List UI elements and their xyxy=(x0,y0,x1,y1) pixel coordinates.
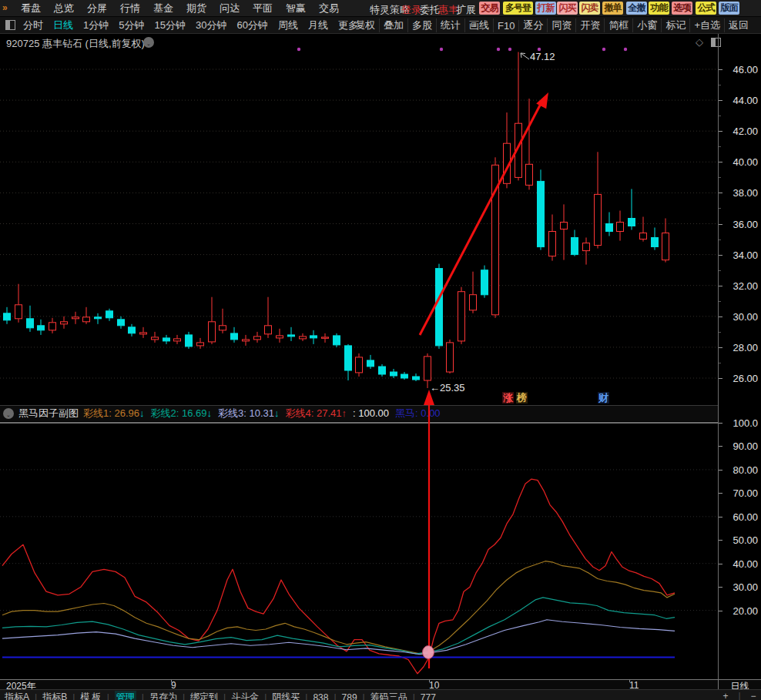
period-tab-5[interactable]: 30分钟 xyxy=(196,18,226,32)
period-tab-6[interactable]: 60分钟 xyxy=(236,18,267,32)
toolbar-action-1[interactable]: 叠加 xyxy=(380,18,408,32)
toolbar-action-8[interactable]: 开资 xyxy=(576,18,605,32)
badge-财: 财 xyxy=(598,392,609,404)
quick-button-4[interactable]: 闪卖 xyxy=(579,2,600,15)
quick-button-0[interactable]: 交易 xyxy=(479,2,500,15)
period-tabs: 分时日线1分钟5分钟15分钟30分钟60分钟周线月线更多 〉 xyxy=(23,17,371,34)
toolbar-action-0[interactable]: 复权 xyxy=(351,18,380,32)
menu-overlay-item-4[interactable]: 扩展 xyxy=(456,3,476,17)
period-tab-1[interactable]: 日线 xyxy=(53,18,73,32)
indicator-line-彩线1 xyxy=(2,561,675,654)
indicator-name[interactable]: 黑马因子副图 xyxy=(18,407,79,420)
quick-button-9[interactable]: 公式 xyxy=(696,2,716,15)
indicator-tick-label: 70.00 xyxy=(733,487,758,499)
menu-item-8[interactable]: 智赢 xyxy=(286,2,306,15)
menu-overlay-item-2[interactable]: 委托 xyxy=(420,3,440,17)
toolbar-action-7[interactable]: 同资 xyxy=(548,18,576,32)
quick-button-2[interactable]: 打新 xyxy=(535,2,556,15)
period-tab-2[interactable]: 1分钟 xyxy=(83,18,109,32)
quick-button-6[interactable]: 全撤 xyxy=(626,2,647,15)
menu-item-3[interactable]: 行情 xyxy=(120,2,140,15)
toolbar-action-9[interactable]: 简框 xyxy=(605,18,633,32)
period-tab-8[interactable]: 月线 xyxy=(308,18,328,32)
menu-item-0[interactable]: 看盘 xyxy=(21,2,41,15)
menu-bar: » 看盘总览分屏行情基金期货问达平面智赢交易 特灵策略登录委托惠丰扩展 交易多号… xyxy=(0,0,761,17)
indicator-value-0: 彩线1: 26.96↓ xyxy=(83,407,145,419)
price-tick-label: 26.00 xyxy=(733,373,758,384)
menu-item-2[interactable]: 分屏 xyxy=(87,2,107,15)
toolbar-action-6[interactable]: 逐分 xyxy=(519,18,548,32)
menu-item-4[interactable]: 基金 xyxy=(153,2,173,15)
toolbar-action-13[interactable]: 返回 xyxy=(725,18,753,32)
price-tick-label: 34.00 xyxy=(733,250,758,261)
price-tick-label: 40.00 xyxy=(733,156,758,168)
menu-overlay-item-1[interactable]: 登录 xyxy=(401,3,421,17)
quick-button-7[interactable]: 功能 xyxy=(649,2,669,15)
collapse-chart-icon[interactable]: ˬ xyxy=(143,37,154,48)
price-tick-label: 44.00 xyxy=(733,95,758,106)
menu-item-9[interactable]: 交易 xyxy=(319,2,339,15)
toolbar-action-11[interactable]: 标记 xyxy=(662,18,690,32)
diamond-icon[interactable]: ◇ xyxy=(696,36,703,48)
indicator-tick-label: 60.00 xyxy=(733,511,758,523)
period-tab-4[interactable]: 15分钟 xyxy=(154,18,185,32)
zoom-in-button[interactable]: + xyxy=(722,691,728,700)
indicator-value-1: 彩线2: 16.69↓ xyxy=(151,407,213,419)
panel-icon[interactable] xyxy=(711,38,721,47)
indicator-tick-label: 80.00 xyxy=(733,464,758,476)
menu-expand-icon[interactable]: » xyxy=(2,2,8,13)
indicator-tick-label: 100.0 xyxy=(733,417,758,429)
quick-button-3[interactable]: 闪买 xyxy=(557,2,578,15)
status-item-0[interactable]: 指标A xyxy=(5,691,29,700)
status-item-1[interactable]: 指标B xyxy=(42,691,67,700)
period-tab-0[interactable]: 分时 xyxy=(23,18,43,32)
period-tab-3[interactable]: 5分钟 xyxy=(119,18,144,32)
price-tick-label: 38.00 xyxy=(733,187,758,199)
menu-item-1[interactable]: 总览 xyxy=(54,2,74,15)
indicator-value-3: 彩线4: 27.41↑ xyxy=(286,407,347,419)
main-candlestick-chart[interactable] xyxy=(0,51,718,406)
status-item-10[interactable]: 筹码三品 xyxy=(370,691,407,700)
toolbar-action-3[interactable]: 统计 xyxy=(437,18,465,32)
chart-title-bar: 920725 惠丰钻石 (日线,前复权) ˬ ◇ xyxy=(0,34,718,51)
menu-item-7[interactable]: 平面 xyxy=(253,2,273,15)
indicator-value-5: 黑马: 0.00 xyxy=(395,407,441,419)
quick-button-1[interactable]: 多号登 xyxy=(503,2,533,15)
period-tab-7[interactable]: 周线 xyxy=(278,18,298,32)
main-menu: 看盘总览分屏行情基金期货问达平面智赢交易 xyxy=(21,0,339,17)
toolbar-action-5[interactable]: F10 xyxy=(494,20,519,32)
zoom-controls: + | − xyxy=(718,691,761,700)
price-tick-label: 30.00 xyxy=(733,311,758,323)
indicator-chart[interactable] xyxy=(0,421,718,679)
status-bar: 指标A|指标B|模 板|管理|另存为|绑定到|斗斗金|阴线买|838|789|筹… xyxy=(0,689,761,700)
collapse-indicator-icon[interactable]: ˬ xyxy=(3,408,14,419)
status-item-8[interactable]: 838 xyxy=(313,692,328,700)
indicator-line-彩线2 xyxy=(2,598,675,654)
menu-item-6[interactable]: 问达 xyxy=(220,2,240,15)
indicator-line-彩线4 xyxy=(2,479,675,674)
status-item-7[interactable]: 阴线买 xyxy=(272,691,300,700)
page-title: 920725 惠丰钻石 (日线,前复权) xyxy=(6,37,145,51)
window-split-icon[interactable] xyxy=(5,20,15,30)
indicator-tick-label: 90.00 xyxy=(733,440,758,452)
status-item-11[interactable]: 777 xyxy=(421,692,436,700)
status-item-5[interactable]: 绑定到 xyxy=(190,691,218,700)
price-tick-label: 42.00 xyxy=(733,126,758,137)
low-price-annotation: ←25.35 xyxy=(430,382,465,394)
status-item-3[interactable]: 管理 xyxy=(115,691,136,700)
quick-button-8[interactable]: 选项 xyxy=(672,2,692,15)
quick-button-5[interactable]: 撤单 xyxy=(602,2,623,15)
status-item-4[interactable]: 另存为 xyxy=(149,691,177,700)
toolbar-action-12[interactable]: +自选 xyxy=(690,18,725,32)
zoom-out-button[interactable]: − xyxy=(750,691,756,700)
price-tick-label: 46.00 xyxy=(733,64,758,75)
app-window: » 看盘总览分屏行情基金期货问达平面智赢交易 特灵策略登录委托惠丰扩展 交易多号… xyxy=(0,0,761,700)
toolbar-action-10[interactable]: 小窗 xyxy=(633,18,662,32)
quick-button-10[interactable]: 版面 xyxy=(719,2,739,15)
status-item-6[interactable]: 斗斗金 xyxy=(231,691,259,700)
menu-item-5[interactable]: 期货 xyxy=(186,2,206,15)
status-item-2[interactable]: 模 板 xyxy=(80,691,101,700)
toolbar-action-4[interactable]: 画线 xyxy=(465,18,494,32)
status-item-9[interactable]: 789 xyxy=(342,692,357,700)
toolbar-action-2[interactable]: 多股 xyxy=(408,18,437,32)
